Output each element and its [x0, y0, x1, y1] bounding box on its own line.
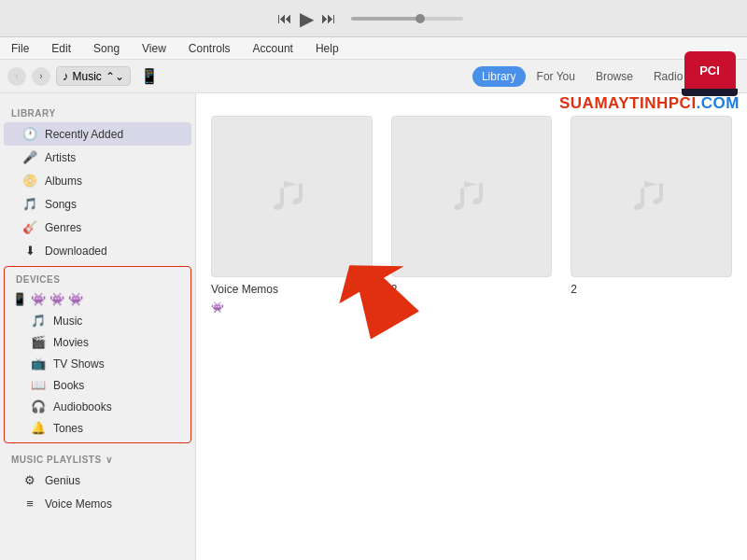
music-note-icon-1 [263, 168, 319, 224]
album-title-3: 2 [571, 283, 577, 296]
music-note-icon-3 [624, 168, 680, 224]
sidebar: Library 🕐 Recently Added 🎤 Artists 📀 Alb… [0, 93, 196, 560]
device-emoji-3: 👾 [68, 292, 83, 306]
artists-label: Artists [45, 151, 76, 164]
titlebar: ⏮ ▶ ⏭ PCI [0, 0, 747, 37]
music-note-icon-2 [444, 168, 500, 224]
rewind-button[interactable]: ⏮ [277, 10, 292, 27]
device-button[interactable]: 📱 [140, 67, 159, 85]
sidebar-item-songs[interactable]: 🎵 Songs [4, 192, 191, 216]
album-art-3[interactable] [571, 116, 732, 277]
tab-store[interactable]: Store [694, 66, 740, 87]
tab-foryou[interactable]: For You [528, 66, 585, 87]
menu-view[interactable]: View [138, 40, 170, 57]
voice-memos-sidebar-label: Voice Memos [45, 497, 112, 511]
album-art-2[interactable] [391, 116, 553, 277]
device-tones-label: Tones [53, 422, 83, 435]
main-layout: Library 🕐 Recently Added 🎤 Artists 📀 Alb… [0, 93, 747, 560]
menu-help[interactable]: Help [312, 40, 343, 57]
album-sub-1: 👾 [211, 301, 224, 314]
menubar: File Edit Song View Controls Account Hel… [0, 37, 747, 60]
songs-icon: 🎵 [22, 197, 37, 211]
sidebar-item-albums[interactable]: 📀 Albums [4, 169, 191, 192]
device-music-icon: 🎵 [31, 314, 46, 328]
device-movies-label: Movies [53, 336, 89, 349]
recently-added-icon: 🕐 [22, 127, 37, 141]
source-chevron-icon: ⌃⌄ [106, 70, 124, 83]
voice-memos-sidebar-icon: ≡ [22, 497, 37, 511]
device-main-item[interactable]: 📱 👾 👾 👾 [5, 288, 190, 310]
progress-bar[interactable] [351, 17, 463, 21]
genres-label: Genres [45, 221, 81, 234]
source-selector[interactable]: ♪ Music ⌃⌄ [56, 66, 131, 86]
play-button[interactable]: ▶ [300, 7, 314, 30]
device-emoji-2: 👾 [49, 292, 64, 306]
progress-fill [351, 17, 418, 21]
transport-controls: ⏮ ▶ ⏭ [277, 7, 471, 30]
albums-label: Albums [45, 175, 82, 188]
genres-icon: 🎸 [22, 220, 37, 234]
album-card-2: 2 [391, 116, 553, 314]
playlists-header[interactable]: Music Playlists ∨ [0, 447, 195, 469]
albums-icon: 📀 [22, 174, 37, 188]
artists-icon: 🎤 [22, 150, 37, 164]
menu-controls[interactable]: Controls [185, 40, 234, 57]
album-card-1: Voice Memos 👾 [211, 116, 373, 314]
album-sub-icon-1: 👾 [211, 301, 224, 314]
downloaded-label: Downloaded [45, 245, 107, 258]
device-sub-tvshows[interactable]: 📺 TV Shows [5, 353, 190, 374]
menu-file[interactable]: File [7, 40, 33, 57]
devices-header: Devices [5, 271, 190, 288]
devices-section: Devices 📱 👾 👾 👾 🎵 Music 🎬 Movies 📺 TV Sh… [4, 266, 191, 443]
tab-browse[interactable]: Browse [586, 66, 642, 87]
device-emoji-1: 👾 [31, 292, 46, 306]
album-art-1[interactable] [211, 116, 373, 277]
tab-radio[interactable]: Radio [644, 66, 692, 87]
device-sub-books[interactable]: 📖 Books [5, 374, 190, 396]
sidebar-item-genius[interactable]: ⚙ Genius [4, 469, 191, 492]
sidebar-item-recently-added[interactable]: 🕐 Recently Added [4, 122, 191, 146]
device-books-label: Books [53, 379, 84, 392]
device-sub-music[interactable]: 🎵 Music [5, 310, 190, 331]
device-phone-icon: 📱 [12, 292, 27, 306]
sidebar-item-voice-memos[interactable]: ≡ Voice Memos [4, 492, 191, 515]
device-tvshows-label: TV Shows [53, 357, 105, 371]
back-button[interactable]: ‹ [7, 67, 26, 86]
menu-account[interactable]: Account [249, 40, 297, 57]
sidebar-item-downloaded[interactable]: ⬇ Downloaded [4, 239, 191, 262]
album-title-2: 2 [391, 283, 398, 296]
device-movies-icon: 🎬 [31, 335, 46, 349]
genius-icon: ⚙ [22, 473, 37, 487]
device-audiobooks-icon: 🎧 [31, 399, 46, 413]
top-nav-tabs: Library For You Browse Radio Store [472, 66, 740, 87]
downloaded-icon: ⬇ [22, 244, 37, 258]
sidebar-item-artists[interactable]: 🎤 Artists [4, 146, 191, 169]
music-note-icon: ♪ [63, 69, 69, 83]
menu-edit[interactable]: Edit [48, 40, 75, 57]
device-sub-tones[interactable]: 🔔 Tones [5, 417, 190, 439]
album-title-1: Voice Memos [211, 283, 278, 296]
albums-grid: Voice Memos 👾 2 [211, 108, 732, 314]
songs-label: Songs [45, 198, 77, 211]
device-sub-audiobooks[interactable]: 🎧 Audiobooks [5, 396, 190, 417]
device-books-icon: 📖 [31, 378, 46, 392]
device-audiobooks-label: Audiobooks [53, 400, 112, 413]
device-music-label: Music [53, 315, 82, 328]
device-tones-icon: 🔔 [31, 421, 46, 435]
genius-label: Genius [45, 474, 80, 487]
tab-library[interactable]: Library [472, 66, 526, 87]
album-card-3: 2 [571, 116, 732, 314]
sidebar-item-genres[interactable]: 🎸 Genres [4, 216, 191, 239]
library-section-header: Library [0, 101, 195, 122]
device-sub-movies[interactable]: 🎬 Movies [5, 331, 190, 353]
toolbar: ‹ › ♪ Music ⌃⌄ 📱 Library For You Browse … [0, 60, 747, 93]
playlists-label: Music Playlists [11, 455, 102, 465]
menu-song[interactable]: Song [90, 40, 123, 57]
content-area: Voice Memos 👾 2 [196, 93, 747, 560]
forward-button-toolbar[interactable]: › [32, 67, 50, 86]
playlists-chevron-icon: ∨ [106, 455, 113, 465]
progress-thumb [416, 14, 425, 23]
forward-button[interactable]: ⏭ [321, 10, 336, 27]
device-tvshows-icon: 📺 [31, 357, 46, 371]
source-label: Music [73, 70, 102, 83]
